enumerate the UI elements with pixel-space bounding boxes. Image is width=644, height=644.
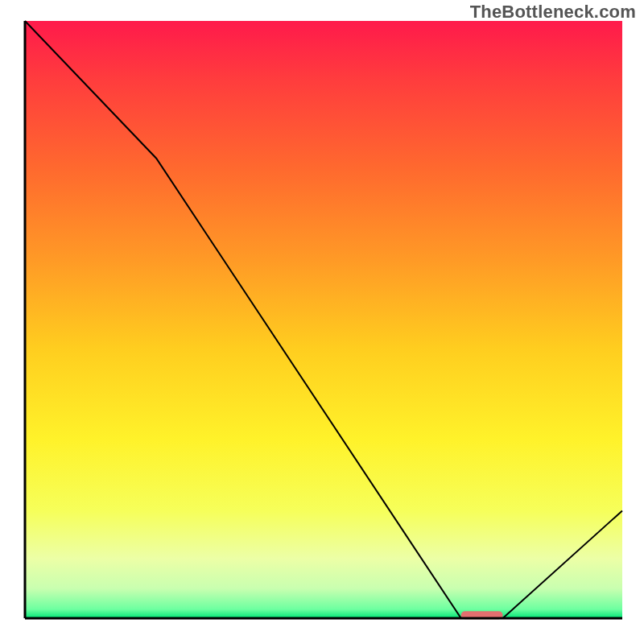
bottleneck-chart [0,0,644,644]
plot-background [25,21,622,618]
watermark-text: TheBottleneck.com [470,2,636,23]
chart-stage: TheBottleneck.com [0,0,644,644]
